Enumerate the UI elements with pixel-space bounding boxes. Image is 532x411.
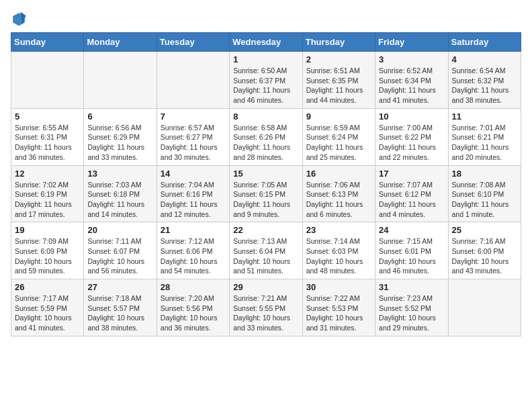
calendar-cell: 5Sunrise: 6:55 AMSunset: 6:31 PMDaylight…: [11, 108, 84, 165]
day-number: 30: [306, 282, 371, 292]
calendar-cell: [11, 52, 84, 109]
cell-content: Sunrise: 6:57 AMSunset: 6:27 PMDaylight:…: [161, 123, 226, 163]
day-number: 20: [87, 225, 152, 235]
day-number: 5: [15, 111, 80, 122]
day-number: 22: [233, 225, 298, 235]
cell-content: Sunrise: 6:56 AMSunset: 6:29 PMDaylight:…: [87, 123, 152, 163]
header-cell: Wednesday: [230, 33, 302, 52]
calendar-header: SundayMondayTuesdayWednesdayThursdayFrid…: [11, 33, 521, 52]
day-number: 10: [379, 111, 444, 122]
cell-content: Sunrise: 7:06 AMSunset: 6:13 PMDaylight:…: [306, 180, 371, 220]
day-number: 8: [233, 111, 298, 122]
calendar-cell: 12Sunrise: 7:02 AMSunset: 6:19 PMDayligh…: [11, 165, 84, 222]
header-cell: Thursday: [302, 33, 375, 52]
day-number: 3: [379, 54, 444, 64]
calendar-cell: 10Sunrise: 7:00 AMSunset: 6:22 PMDayligh…: [375, 108, 448, 165]
calendar-cell: 27Sunrise: 7:18 AMSunset: 5:57 PMDayligh…: [84, 279, 157, 336]
cell-content: Sunrise: 7:14 AMSunset: 6:03 PMDaylight:…: [306, 236, 371, 276]
cell-content: Sunrise: 7:11 AMSunset: 6:07 PMDaylight:…: [87, 236, 152, 276]
day-number: 23: [306, 225, 371, 235]
day-number: 9: [306, 111, 371, 122]
header-cell: Sunday: [11, 33, 84, 52]
cell-content: Sunrise: 7:02 AMSunset: 6:19 PMDaylight:…: [15, 180, 80, 220]
calendar-cell: [84, 52, 157, 109]
cell-content: Sunrise: 7:08 AMSunset: 6:10 PMDaylight:…: [452, 180, 517, 220]
day-number: 6: [87, 111, 152, 122]
day-number: 13: [87, 169, 152, 179]
cell-content: Sunrise: 7:00 AMSunset: 6:22 PMDaylight:…: [379, 123, 444, 163]
calendar-cell: 3Sunrise: 6:52 AMSunset: 6:34 PMDaylight…: [375, 52, 448, 109]
cell-content: Sunrise: 7:18 AMSunset: 5:57 PMDaylight:…: [87, 293, 152, 333]
day-number: 27: [87, 282, 152, 292]
day-number: 17: [379, 169, 444, 179]
calendar-cell: 29Sunrise: 7:21 AMSunset: 5:55 PMDayligh…: [230, 279, 302, 336]
calendar-cell: 30Sunrise: 7:22 AMSunset: 5:53 PMDayligh…: [302, 279, 375, 336]
calendar-cell: 23Sunrise: 7:14 AMSunset: 6:03 PMDayligh…: [302, 222, 375, 279]
calendar-cell: 17Sunrise: 7:07 AMSunset: 6:12 PMDayligh…: [375, 165, 448, 222]
calendar-cell: 21Sunrise: 7:12 AMSunset: 6:06 PMDayligh…: [157, 222, 229, 279]
cell-content: Sunrise: 7:17 AMSunset: 5:59 PMDaylight:…: [15, 293, 80, 333]
cell-content: Sunrise: 7:16 AMSunset: 6:00 PMDaylight:…: [452, 236, 517, 276]
day-number: 24: [379, 225, 444, 235]
page-header: [11, 11, 521, 27]
header-row: SundayMondayTuesdayWednesdayThursdayFrid…: [11, 33, 521, 52]
cell-content: Sunrise: 7:09 AMSunset: 6:09 PMDaylight:…: [15, 236, 80, 276]
calendar-cell: 1Sunrise: 6:50 AMSunset: 6:37 PMDaylight…: [230, 52, 302, 109]
header-cell: Tuesday: [157, 33, 229, 52]
cell-content: Sunrise: 7:15 AMSunset: 6:01 PMDaylight:…: [379, 236, 444, 276]
calendar-week-row: 26Sunrise: 7:17 AMSunset: 5:59 PMDayligh…: [11, 279, 521, 336]
calendar-table: SundayMondayTuesdayWednesdayThursdayFrid…: [11, 32, 521, 336]
cell-content: Sunrise: 7:20 AMSunset: 5:56 PMDaylight:…: [161, 293, 226, 333]
day-number: 29: [233, 282, 298, 292]
cell-content: Sunrise: 7:03 AMSunset: 6:18 PMDaylight:…: [87, 180, 152, 220]
cell-content: Sunrise: 6:58 AMSunset: 6:26 PMDaylight:…: [233, 123, 298, 163]
calendar-cell: 24Sunrise: 7:15 AMSunset: 6:01 PMDayligh…: [375, 222, 448, 279]
calendar-cell: 2Sunrise: 6:51 AMSunset: 6:35 PMDaylight…: [302, 52, 375, 109]
calendar-cell: [157, 52, 229, 109]
cell-content: Sunrise: 7:07 AMSunset: 6:12 PMDaylight:…: [379, 180, 444, 220]
cell-content: Sunrise: 7:04 AMSunset: 6:16 PMDaylight:…: [161, 180, 226, 220]
calendar-cell: 9Sunrise: 6:59 AMSunset: 6:24 PMDaylight…: [302, 108, 375, 165]
calendar-cell: 26Sunrise: 7:17 AMSunset: 5:59 PMDayligh…: [11, 279, 84, 336]
day-number: 31: [379, 282, 444, 292]
day-number: 28: [161, 282, 226, 292]
calendar-cell: 22Sunrise: 7:13 AMSunset: 6:04 PMDayligh…: [230, 222, 302, 279]
calendar-week-row: 5Sunrise: 6:55 AMSunset: 6:31 PMDaylight…: [11, 108, 521, 165]
day-number: 26: [15, 282, 80, 292]
calendar-cell: 31Sunrise: 7:23 AMSunset: 5:52 PMDayligh…: [375, 279, 448, 336]
calendar-cell: [448, 279, 521, 336]
cell-content: Sunrise: 6:51 AMSunset: 6:35 PMDaylight:…: [306, 66, 371, 105]
day-number: 11: [452, 111, 517, 122]
day-number: 25: [452, 225, 517, 235]
day-number: 7: [161, 111, 226, 122]
day-number: 15: [233, 169, 298, 179]
cell-content: Sunrise: 6:50 AMSunset: 6:37 PMDaylight:…: [233, 66, 298, 105]
cell-content: Sunrise: 7:01 AMSunset: 6:21 PMDaylight:…: [452, 123, 517, 163]
cell-content: Sunrise: 7:12 AMSunset: 6:06 PMDaylight:…: [161, 236, 226, 276]
calendar-cell: 6Sunrise: 6:56 AMSunset: 6:29 PMDaylight…: [84, 108, 157, 165]
calendar-cell: 4Sunrise: 6:54 AMSunset: 6:32 PMDaylight…: [448, 52, 521, 109]
day-number: 12: [15, 169, 80, 179]
cell-content: Sunrise: 7:22 AMSunset: 5:53 PMDaylight:…: [306, 293, 371, 333]
day-number: 21: [161, 225, 226, 235]
calendar-cell: 16Sunrise: 7:06 AMSunset: 6:13 PMDayligh…: [302, 165, 375, 222]
cell-content: Sunrise: 7:23 AMSunset: 5:52 PMDaylight:…: [379, 293, 444, 333]
calendar-week-row: 1Sunrise: 6:50 AMSunset: 6:37 PMDaylight…: [11, 52, 521, 109]
day-number: 16: [306, 169, 371, 179]
logo: [11, 11, 30, 27]
day-number: 19: [15, 225, 80, 235]
cell-content: Sunrise: 7:05 AMSunset: 6:15 PMDaylight:…: [233, 180, 298, 220]
cell-content: Sunrise: 6:59 AMSunset: 6:24 PMDaylight:…: [306, 123, 371, 163]
calendar-cell: 20Sunrise: 7:11 AMSunset: 6:07 PMDayligh…: [84, 222, 157, 279]
calendar-week-row: 19Sunrise: 7:09 AMSunset: 6:09 PMDayligh…: [11, 222, 521, 279]
header-cell: Monday: [84, 33, 157, 52]
calendar-cell: 15Sunrise: 7:05 AMSunset: 6:15 PMDayligh…: [230, 165, 302, 222]
day-number: 1: [233, 54, 298, 64]
header-cell: Saturday: [448, 33, 521, 52]
logo-icon: [11, 11, 27, 27]
day-number: 18: [452, 169, 517, 179]
calendar-cell: 11Sunrise: 7:01 AMSunset: 6:21 PMDayligh…: [448, 108, 521, 165]
day-number: 4: [452, 54, 517, 64]
calendar-body: 1Sunrise: 6:50 AMSunset: 6:37 PMDaylight…: [11, 52, 521, 336]
calendar-cell: 18Sunrise: 7:08 AMSunset: 6:10 PMDayligh…: [448, 165, 521, 222]
